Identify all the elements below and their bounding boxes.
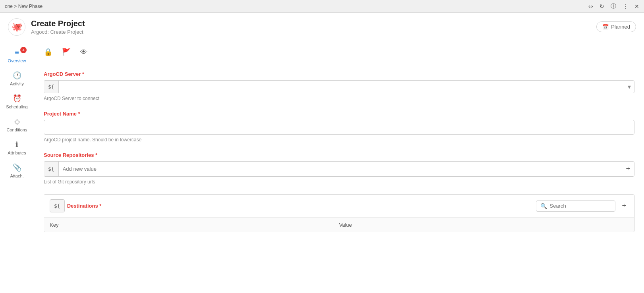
destinations-controls: 🔍 + — [536, 200, 629, 212]
source-repositories-input-wrapper: ${ + — [44, 161, 634, 177]
destinations-title: Destinations * — [67, 203, 102, 209]
top-bar: one > New Phase ⇔ ↻ ⓘ ⋮ ✕ — [0, 0, 644, 13]
close-icon[interactable]: ✕ — [634, 3, 639, 10]
expand-icon[interactable]: ⇔ — [588, 3, 593, 10]
destinations-box: ${ Destinations * 🔍 + — [44, 194, 634, 232]
lock-icon[interactable]: 🔒 — [42, 46, 54, 58]
sidebar-item-label: Attributes — [8, 150, 26, 155]
source-repositories-add-button[interactable]: + — [622, 162, 634, 176]
argocd-server-label: ArgoCD Server * — [44, 71, 634, 77]
flag-icon[interactable]: 🚩 — [60, 46, 72, 58]
argocd-server-hint: ArgoCD Server to connect — [44, 96, 634, 101]
source-repositories-field: Source Repositories * ${ + List of Git r… — [44, 152, 634, 185]
destinations-search-input[interactable] — [549, 203, 605, 209]
refresh-icon[interactable]: ↻ — [600, 3, 604, 10]
sidebar-item-overview[interactable]: ≡ 4 Overview — [0, 44, 34, 67]
header-title-area: Create Project Argocd: Create Project — [31, 19, 85, 35]
sidebar-item-label: Attach. — [10, 173, 23, 178]
planned-badge[interactable]: 📅 Planned — [596, 21, 636, 32]
destinations-search-box: 🔍 — [536, 200, 615, 212]
project-name-hint: ArgoCD project name. Should be in lowerc… — [44, 137, 634, 143]
header-left: 🐙 Create Project Argocd: Create Project — [8, 18, 85, 36]
sidebar: ≡ 4 Overview 🕐 Activity ⏰ Scheduling ◇ C… — [0, 41, 34, 293]
sidebar-item-label: Conditions — [7, 127, 27, 132]
info-icon[interactable]: ⓘ — [611, 3, 616, 10]
source-repositories-label: Source Repositories * — [44, 152, 634, 158]
argocd-server-input[interactable] — [59, 81, 625, 93]
destinations-value-column: Value — [339, 222, 629, 228]
destinations-prefix-area: ${ Destinations * — [50, 199, 101, 212]
conditions-icon: ◇ — [14, 117, 20, 126]
sidebar-item-attributes[interactable]: ℹ Attributes — [0, 136, 34, 159]
sidebar-item-label: Activity — [10, 81, 24, 86]
scheduling-icon: ⏰ — [13, 94, 21, 103]
page-subtitle: Argocd: Create Project — [31, 29, 85, 35]
sidebar-item-activity[interactable]: 🕐 Activity — [0, 67, 34, 90]
eye-icon[interactable]: 👁 — [79, 46, 89, 58]
project-name-label: Project Name * — [44, 111, 634, 117]
destinations-table-header: Key Value — [44, 218, 634, 232]
breadcrumb: one > New Phase — [5, 4, 43, 9]
form-content: ArgoCD Server * ${ ▾ ArgoCD Server to co… — [34, 63, 644, 250]
sidebar-item-label: Scheduling — [6, 104, 27, 109]
attributes-icon: ℹ — [15, 140, 18, 149]
main-layout: ≡ 4 Overview 🕐 Activity ⏰ Scheduling ◇ C… — [0, 41, 644, 293]
attach-icon: 📎 — [13, 163, 21, 172]
toolbar: 🔒 🚩 👁 — [34, 41, 644, 63]
overview-icon: ≡ — [15, 48, 19, 57]
activity-icon: 🕐 — [13, 71, 21, 80]
argocd-server-dropdown[interactable]: ▾ — [625, 81, 634, 93]
calendar-icon: 📅 — [602, 24, 609, 30]
destinations-header: ${ Destinations * 🔍 + — [44, 195, 634, 218]
argo-logo: 🐙 — [8, 18, 25, 36]
destinations-field: ${ Destinations * 🔍 + — [44, 194, 634, 232]
top-bar-actions: ⇔ ↻ ⓘ ⋮ ✕ — [588, 3, 639, 10]
content-area: 🔒 🚩 👁 ArgoCD Server * ${ ▾ ArgoCD Server… — [34, 41, 644, 293]
destinations-add-button[interactable]: + — [619, 202, 629, 210]
argocd-server-field: ArgoCD Server * ${ ▾ ArgoCD Server to co… — [44, 71, 634, 101]
page-title: Create Project — [31, 19, 85, 28]
project-name-input[interactable] — [44, 120, 634, 135]
source-repositories-hint: List of Git repository urls — [44, 179, 634, 185]
search-icon: 🔍 — [540, 203, 547, 209]
sidebar-item-conditions[interactable]: ◇ Conditions — [0, 113, 34, 136]
source-repositories-prefix: ${ — [44, 162, 59, 176]
overview-badge: 4 — [20, 47, 27, 53]
source-repositories-input[interactable] — [59, 162, 622, 176]
menu-icon[interactable]: ⋮ — [623, 3, 628, 10]
header: 🐙 Create Project Argocd: Create Project … — [0, 13, 644, 41]
project-name-field: Project Name * ArgoCD project name. Shou… — [44, 111, 634, 143]
argocd-server-prefix: ${ — [44, 81, 59, 93]
destinations-prefix: ${ — [50, 199, 65, 212]
destinations-key-column: Key — [50, 222, 339, 228]
sidebar-item-scheduling[interactable]: ⏰ Scheduling — [0, 90, 34, 113]
sidebar-item-label: Overview — [8, 58, 26, 63]
sidebar-item-attach[interactable]: 📎 Attach. — [0, 159, 34, 182]
argocd-server-input-wrapper: ${ ▾ — [44, 80, 634, 93]
